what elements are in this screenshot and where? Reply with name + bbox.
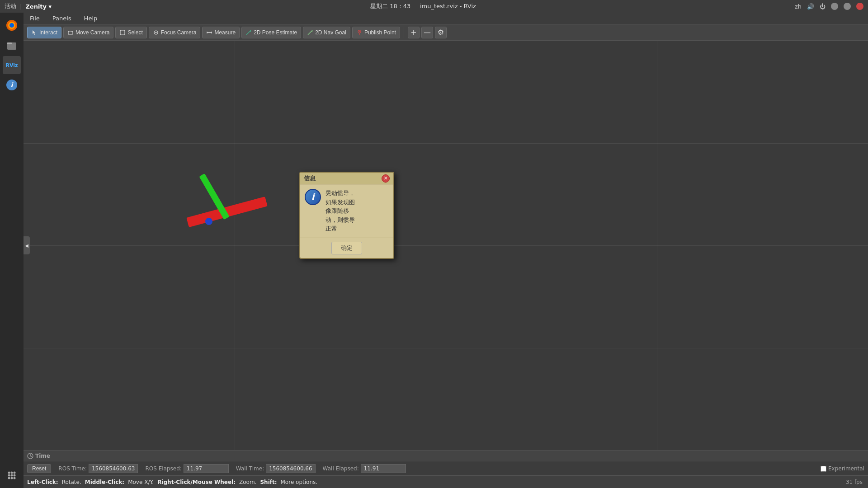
- window-minimize-btn[interactable]: [831, 3, 838, 10]
- time-clock-icon: [27, 453, 33, 459]
- svg-rect-4: [7, 42, 12, 44]
- power-icon[interactable]: ⏻: [820, 3, 826, 10]
- svg-point-8: [11, 472, 13, 474]
- grid-line-v-2: [446, 41, 446, 450]
- svg-rect-16: [68, 31, 73, 34]
- dialog-titlebar: 信息 ✕: [300, 173, 393, 184]
- svg-point-11: [11, 474, 13, 477]
- wall-elapsed-group: Wall Elapsed: 11.91: [323, 464, 406, 473]
- system-bar-right: zh 🔊 ⏻: [795, 3, 863, 10]
- time-section-label: Time: [35, 453, 50, 459]
- ros-elapsed-label: ROS Elapsed:: [145, 465, 181, 472]
- toolbar-focus-camera-btn[interactable]: Focus Camera: [149, 27, 201, 38]
- dialog-ok-button[interactable]: 确定: [331, 242, 362, 254]
- interact-icon: [31, 29, 38, 36]
- sidebar-toggle[interactable]: ◀: [24, 236, 30, 254]
- hint-shift-action: More options.: [281, 479, 318, 485]
- wall-time-value: 1560854600.66: [266, 464, 315, 473]
- volume-icon[interactable]: 🔊: [807, 3, 814, 10]
- dialog-title: 信息: [304, 174, 316, 183]
- fps-counter: 31 fps: [846, 479, 864, 485]
- pose-estimate-icon: [245, 29, 252, 36]
- hint-middle-click-label: Middle-Click:: [85, 479, 124, 485]
- wall-elapsed-value: 11.91: [361, 464, 406, 473]
- system-bar-left: 活动 | Zenity ▾: [5, 2, 52, 10]
- svg-rect-18: [120, 30, 125, 35]
- svg-line-36: [30, 456, 32, 457]
- publish-point-icon: [356, 29, 363, 36]
- wall-time-group: Wall Time: 1560854600.66: [236, 464, 316, 473]
- ros-time-value: 1560854600.63: [89, 464, 138, 473]
- ros-time-group: ROS Time: 1560854600.63: [58, 464, 138, 473]
- wall-elapsed-label: Wall Elapsed:: [323, 465, 359, 472]
- reset-button[interactable]: Reset: [27, 464, 51, 473]
- dock-firefox[interactable]: [3, 16, 21, 34]
- toolbar-zoom-in-btn[interactable]: +: [408, 27, 420, 38]
- nav-goal-icon: [307, 29, 313, 36]
- ros-elapsed-group: ROS Elapsed: 11.97: [145, 464, 228, 473]
- datetime-display: 星期二 18：43 imu_test.rviz - RViz: [370, 2, 476, 10]
- dock-files[interactable]: [3, 36, 21, 54]
- dialog-footer: 确定: [300, 238, 393, 258]
- content-area: ◀ 信息: [24, 41, 868, 450]
- menu-panels[interactable]: Panels: [50, 14, 74, 23]
- dock-rviz[interactable]: RViz: [3, 56, 21, 74]
- dialog-body: i 晃动惯导， 如果发现图 像跟随移 动，则惯导 正常: [300, 184, 393, 238]
- svg-point-33: [205, 218, 212, 225]
- toolbar-interact-btn[interactable]: Interact: [27, 27, 61, 38]
- lang-indicator[interactable]: zh: [795, 3, 802, 10]
- activity-label[interactable]: 活动: [5, 2, 16, 10]
- imu-visualization: [159, 167, 304, 267]
- experimental-label: Experimental: [828, 465, 864, 472]
- menu-file[interactable]: File: [27, 14, 42, 23]
- time-fields: Reset ROS Time: 1560854600.63 ROS Elapse…: [24, 461, 868, 476]
- toolbar-nav-goal-btn[interactable]: 2D Nav Goal: [303, 27, 350, 38]
- svg-point-15: [14, 477, 16, 479]
- toolbar-separator-1: [404, 27, 404, 38]
- experimental-checkbox[interactable]: [821, 466, 826, 472]
- focus-camera-icon: [153, 29, 159, 36]
- dialog-info-icon: i: [305, 189, 321, 205]
- toolbar-publish-point-btn[interactable]: Publish Point: [352, 27, 400, 38]
- window-close-btn[interactable]: [856, 3, 863, 10]
- ros-elapsed-value: 11.97: [184, 464, 229, 473]
- toolbar: Interact Move Camera Select Focus Camera: [24, 24, 868, 41]
- system-bar: 活动 | Zenity ▾ 星期二 18：43 imu_test.rviz - …: [0, 0, 868, 13]
- time-bar: Time: [24, 450, 868, 461]
- toolbar-measure-btn[interactable]: Measure: [202, 27, 240, 38]
- activity-dock: RViz i: [0, 13, 24, 488]
- hint-right-click-label: Right-Click/Mouse Wheel:: [157, 479, 236, 485]
- measure-icon: [206, 29, 212, 36]
- window-maximize-btn[interactable]: [844, 3, 851, 10]
- info-dialog: 信息 ✕ i 晃动惯导， 如果发现图 像跟随移 动，则惯导 正常: [299, 172, 394, 259]
- svg-marker-17: [71, 31, 72, 32]
- svg-point-9: [14, 472, 16, 474]
- toolbar-move-camera-btn[interactable]: Move Camera: [63, 27, 113, 38]
- toolbar-pose-estimate-btn[interactable]: 2D Pose Estimate: [241, 27, 301, 38]
- svg-point-13: [8, 477, 10, 479]
- select-icon: [119, 29, 126, 36]
- dock-apps[interactable]: [3, 466, 21, 484]
- toolbar-select-btn[interactable]: Select: [115, 27, 146, 38]
- svg-point-10: [8, 474, 10, 477]
- hint-left-click-action: Rotate.: [62, 479, 81, 485]
- svg-point-7: [8, 472, 10, 474]
- hint-right-click-action: Zoom.: [239, 479, 256, 485]
- ros-time-label: ROS Time:: [58, 465, 87, 472]
- dock-info[interactable]: i: [3, 76, 21, 94]
- move-camera-icon: [67, 29, 74, 36]
- toolbar-settings-btn[interactable]: ⚙: [435, 27, 447, 38]
- hint-left-click-label: Left-Click:: [27, 479, 58, 485]
- menu-bar: File Panels Help: [24, 13, 868, 24]
- svg-point-20: [155, 32, 156, 33]
- hint-shift-label: Shift:: [260, 479, 277, 485]
- viewport-3d[interactable]: 信息 ✕ i 晃动惯导， 如果发现图 像跟随移 动，则惯导 正常: [24, 41, 868, 450]
- main-window: File Panels Help Interact Move Camera Se…: [24, 13, 868, 488]
- dialog-message: 晃动惯导， 如果发现图 像跟随移 动，则惯导 正常: [326, 189, 355, 233]
- toolbar-zoom-out-btn[interactable]: —: [421, 27, 433, 38]
- bottom-panel: Time Reset ROS Time: 1560854600.63 ROS E…: [24, 450, 868, 475]
- app-name-zenity[interactable]: Zenity ▾: [25, 3, 52, 10]
- svg-point-12: [14, 474, 16, 477]
- menu-help[interactable]: Help: [81, 14, 100, 23]
- dialog-close-btn[interactable]: ✕: [382, 174, 390, 183]
